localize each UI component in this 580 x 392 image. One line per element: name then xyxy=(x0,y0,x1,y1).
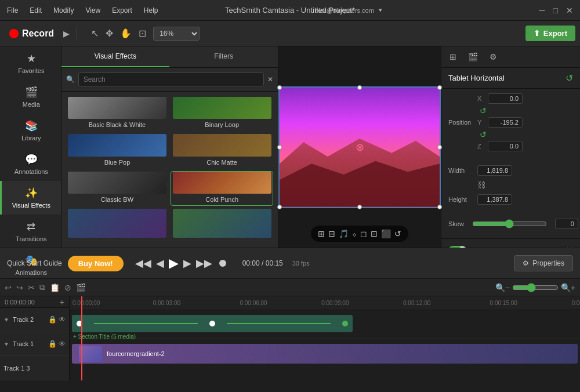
canvas-tool-5[interactable]: ◻ xyxy=(360,229,367,238)
skew-input[interactable] xyxy=(555,219,578,229)
track1-lock-icon[interactable]: 🔒 xyxy=(48,340,57,348)
account-dropdown-icon[interactable]: ▾ xyxy=(379,6,382,14)
redo-icon[interactable]: ↪ xyxy=(16,283,23,292)
record-dropdown-icon[interactable]: ▶ xyxy=(63,29,70,38)
skew-label: Skew xyxy=(448,220,464,227)
ruler-label-12: 0:00:12;00 xyxy=(401,300,430,306)
sidebar-item-annotations[interactable]: 💬 Annotations xyxy=(0,147,61,181)
x-input[interactable] xyxy=(488,93,523,104)
track2-dot-mid[interactable] xyxy=(209,321,215,326)
select-tool[interactable]: ↖ xyxy=(89,26,101,41)
quick-start-guide[interactable]: Quick Start Guide xyxy=(7,259,62,267)
tab-filters[interactable]: Filters xyxy=(169,46,278,67)
move-tool[interactable]: ✥ xyxy=(103,26,115,41)
play-button[interactable]: ▶ xyxy=(169,256,179,271)
sidebar-item-visual-effects[interactable]: ✨ Visual Effects xyxy=(0,181,61,215)
track1-expand-icon[interactable]: ▼ xyxy=(3,341,9,347)
close-button[interactable]: ✕ xyxy=(564,6,575,15)
step-back-button[interactable]: ◀◀ xyxy=(135,257,151,270)
properties-btn-label: Properties xyxy=(532,259,564,267)
lut-toggle[interactable] xyxy=(448,246,467,248)
paste-icon[interactable]: 📋 xyxy=(50,283,60,292)
x-refresh-icon[interactable]: ↺ xyxy=(480,106,485,115)
refresh-icon[interactable]: ↺ xyxy=(566,72,573,84)
menu-help[interactable]: Help xyxy=(142,5,161,16)
move-center-icon[interactable]: ⊗ xyxy=(356,141,364,154)
timeline-zoom-slider[interactable] xyxy=(512,283,559,292)
gear-icon: ⚙ xyxy=(523,259,529,267)
effect-binary-loop[interactable]: Binary Loop xyxy=(171,96,273,131)
sidebar-item-library[interactable]: 📚 Library xyxy=(0,114,61,147)
height-input[interactable] xyxy=(477,194,512,205)
effect-extra2[interactable] xyxy=(171,208,273,243)
z-input[interactable] xyxy=(488,141,523,151)
lut-add-icon[interactable]: + xyxy=(557,245,562,248)
menu-file[interactable]: File xyxy=(5,5,20,16)
track2-dot-end[interactable] xyxy=(342,321,348,326)
cut-icon[interactable]: ✂ xyxy=(28,283,35,292)
previous-frame-button[interactable]: ◀ xyxy=(156,257,164,270)
y-refresh-icon[interactable]: ↺ xyxy=(480,130,485,139)
canvas-tool-1[interactable]: ⊞ xyxy=(318,229,325,238)
track2-expand-icon[interactable]: ▼ xyxy=(3,317,9,323)
effect-chic-matte[interactable]: Chic Matte xyxy=(171,133,273,168)
record-button[interactable]: Record xyxy=(5,26,59,41)
menu-view[interactable]: View xyxy=(83,5,103,16)
effect-basic-bw[interactable]: Basic Black & White xyxy=(66,96,169,131)
tab-visual-effects[interactable]: Visual Effects xyxy=(61,46,170,67)
canvas-tool-6[interactable]: ⊡ xyxy=(371,229,378,238)
properties-button[interactable]: ⚙ Properties xyxy=(514,255,573,271)
track2-content: + Section Title (5 media) xyxy=(70,310,580,339)
width-input[interactable] xyxy=(477,165,512,176)
effect-extra1[interactable] xyxy=(66,208,169,243)
video-icon[interactable]: 🎬 xyxy=(76,283,86,292)
zoom-out-icon[interactable]: 🔍− xyxy=(495,283,510,292)
next-frame-button[interactable]: ▶ xyxy=(183,257,191,270)
effect-cold-punch[interactable]: Cold Punch xyxy=(171,171,273,206)
record-indicator xyxy=(9,29,19,38)
sidebar-item-favorites[interactable]: ★ Favorites xyxy=(0,46,61,80)
crop-tool[interactable]: ⊡ xyxy=(136,26,148,41)
zoom-select[interactable]: 16% 25% 50% 100% xyxy=(153,27,200,41)
props-tab-layout[interactable]: ⊞ xyxy=(445,50,461,64)
menu-modify[interactable]: Modify xyxy=(51,5,76,16)
undo-icon[interactable]: ↩ xyxy=(5,283,12,292)
ruler-label-15: 0:00:15;00 xyxy=(488,300,517,306)
buy-now-button[interactable]: Buy Now! xyxy=(68,256,124,271)
lut-close-icon[interactable]: ✕ xyxy=(566,245,573,248)
menu-export[interactable]: Export xyxy=(110,5,135,16)
track1-clip[interactable]: fourcornergradient-2 xyxy=(72,344,578,364)
sidebar-item-media[interactable]: 🎬 Media xyxy=(0,80,61,114)
y-input[interactable] xyxy=(488,117,523,128)
hand-tool[interactable]: ✋ xyxy=(118,26,134,41)
track2-eye-icon[interactable]: 👁 xyxy=(59,315,66,324)
add-track-button[interactable]: + xyxy=(60,297,64,307)
step-forward-button[interactable]: ▶▶ xyxy=(196,257,212,270)
effects-search-input[interactable] xyxy=(78,72,264,86)
track2-dot-start[interactable] xyxy=(77,321,82,326)
canvas-tool-3[interactable]: 🎵 xyxy=(339,229,349,238)
skew-slider[interactable] xyxy=(472,219,547,228)
menu-edit[interactable]: Edit xyxy=(27,5,44,16)
track1-eye-icon[interactable]: 👁 xyxy=(59,340,66,348)
minimize-button[interactable]: ─ xyxy=(537,6,548,15)
maximize-button[interactable]: □ xyxy=(551,6,560,15)
effect-classic-bw[interactable]: Classic BW xyxy=(66,171,169,206)
props-tab-media[interactable]: 🎬 xyxy=(463,50,483,64)
position-label: Position xyxy=(448,119,477,126)
copy-icon[interactable]: ⧉ xyxy=(39,282,45,292)
link-dimensions-icon[interactable]: ⛓ xyxy=(477,180,485,190)
split-icon[interactable]: ⊘ xyxy=(64,283,71,292)
export-button[interactable]: ⬆ Export xyxy=(525,26,575,41)
canvas-tool-4[interactable]: ⬦ xyxy=(352,229,357,238)
track2-lock-icon[interactable]: 🔒 xyxy=(48,315,57,324)
canvas-tool-8[interactable]: ↺ xyxy=(394,229,401,238)
track2-clip[interactable] xyxy=(72,315,353,332)
effect-blue-pop[interactable]: Blue Pop xyxy=(66,133,169,168)
canvas-tool-2[interactable]: ⊟ xyxy=(328,229,335,238)
zoom-in-icon[interactable]: 🔍+ xyxy=(561,283,575,292)
sidebar-item-transitions[interactable]: ⇄ Transitions xyxy=(0,215,61,248)
clear-search-icon[interactable]: ✕ xyxy=(267,75,273,84)
canvas-tool-7[interactable]: ⬛ xyxy=(381,229,391,238)
props-tab-audio[interactable]: ⚙ xyxy=(485,50,502,64)
